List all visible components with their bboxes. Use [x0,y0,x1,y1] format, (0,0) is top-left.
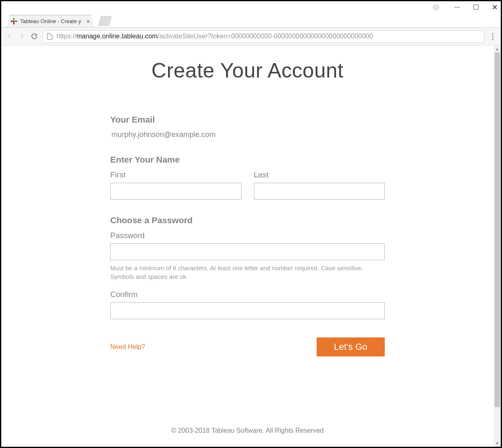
submit-button[interactable]: Let's Go [317,337,385,356]
signup-form: Your Email murphy.johnson@example.com En… [110,115,385,356]
password-help-text: Must be a minimum of 8 characters. At le… [110,264,385,281]
page-title: Create Your Account [1,59,494,83]
address-bar[interactable]: https://manage.online.tableau.com/activa… [43,30,484,43]
minimize-button[interactable] [455,5,460,10]
url-host: manage.online.tableau.com [76,33,158,40]
first-name-label: First [110,170,242,179]
url-text: https://manage.online.tableau.com/activa… [57,33,373,40]
email-heading: Your Email [110,115,385,125]
footer-text: © 2003-2018 Tableau Software. All Rights… [1,427,494,434]
forward-button[interactable] [18,32,26,40]
last-name-label: Last [254,170,385,179]
confirm-label: Confirm [110,290,385,299]
window-close-button[interactable]: ✕ [492,5,497,10]
tableau-favicon-icon [11,18,17,25]
back-button[interactable] [5,32,14,40]
password-label: Password [110,231,385,240]
tab-title: Tableau Online - Create y [20,18,83,24]
scroll-up-arrow-icon[interactable]: ▲ [494,45,501,52]
page-icon [47,33,52,40]
reload-button[interactable] [30,32,38,40]
browser-menu-button[interactable] [488,32,497,40]
browser-tab[interactable]: Tableau Online - Create y × [7,15,94,27]
record-icon[interactable] [433,5,439,10]
tab-strip: Tableau Online - Create y × [1,12,501,27]
last-name-input[interactable] [254,183,385,200]
scroll-down-arrow-icon[interactable]: ▼ [494,440,501,447]
page-content: Create Your Account Your Email murphy.jo… [1,45,494,447]
browser-toolbar: https://manage.online.tableau.com/activa… [1,27,501,45]
url-protocol: https:// [57,33,76,40]
password-input[interactable] [110,243,385,260]
url-path: /activateSiteUser?token=00000000000-0000… [158,33,373,40]
password-heading: Choose a Password [110,215,385,225]
tab-close-icon[interactable]: × [86,18,90,25]
first-name-input[interactable] [110,183,242,200]
maximize-button[interactable] [474,5,478,9]
need-help-link[interactable]: Need Help? [110,343,145,351]
confirm-password-input[interactable] [110,302,385,319]
vertical-scrollbar[interactable]: ▲ ▼ [494,45,501,447]
scroll-thumb[interactable] [495,52,500,407]
name-heading: Enter Your Name [110,155,385,165]
email-value: murphy.johnson@example.com [111,130,385,139]
new-tab-button[interactable] [98,16,112,26]
